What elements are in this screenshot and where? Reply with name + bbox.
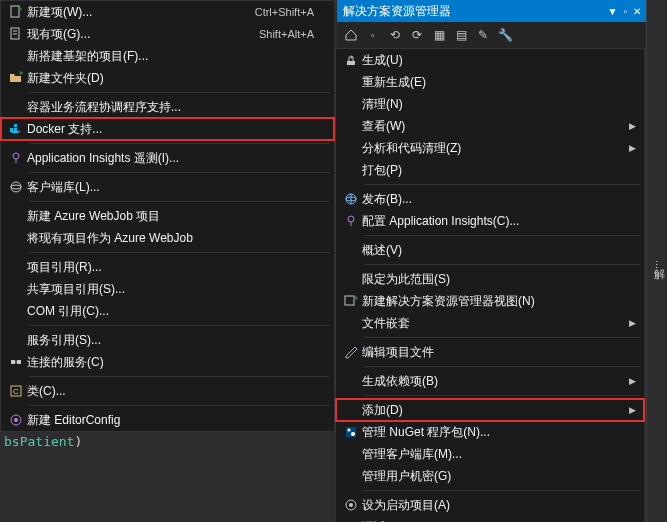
publish-icon [340,191,362,207]
menu-item-label: 连接的服务(C) [27,354,314,371]
menu-item[interactable]: 添加(D)▶ [336,399,644,421]
menu-shortcut: Shift+Alt+A [259,28,314,40]
svg-point-35 [349,503,353,507]
existing-item-icon [5,26,27,42]
menu-item-label: 项目引用(R)... [27,259,314,276]
menu-separator [364,366,640,367]
menu-item[interactable]: 调试(G)▶ [336,516,644,522]
solution-explorer-toolbar: ◦ ⟲ ⟳ ▦ ▤ ✎ 🔧 [337,22,647,48]
menu-item[interactable]: 容器业务流程协调程序支持... [1,96,334,118]
sidebar-tab-label: 解... [654,260,666,269]
menu-item[interactable]: 管理 NuGet 程序包(N)... [336,421,644,443]
menu-item-label: 设为启动项目(A) [362,497,624,514]
menu-item-label: 新建文件夹(D) [27,70,314,87]
menu-item[interactable]: Application Insights 遥测(I)... [1,147,334,169]
project-context-menu: 生成(U)重新生成(E)清理(N)查看(W)▶分析和代码清理(Z)▶打包(P)发… [335,48,645,522]
menu-separator [29,325,330,326]
menu-item-label: 重新生成(E) [362,74,624,91]
menu-item[interactable]: C类(C)... [1,380,334,402]
menu-separator [29,405,330,406]
menu-item-label: 管理用户机密(G) [362,468,624,485]
menu-item[interactable]: 概述(V) [336,239,644,261]
menu-separator [364,490,640,491]
menu-item[interactable]: 限定为此范围(S) [336,268,644,290]
menu-item[interactable]: 新建解决方案资源管理器视图(N) [336,290,644,312]
menu-item[interactable]: 新搭建基架的项目(F)... [1,45,334,67]
menu-item-label: 发布(B)... [362,191,624,208]
new-folder-icon [5,70,27,86]
menu-item-label: 新建项(W)... [27,4,247,21]
menu-item[interactable]: 管理用户机密(G) [336,465,644,487]
menu-item[interactable]: 新建 EditorConfig [1,409,334,431]
menu-separator [364,337,640,338]
menu-item-label: 查看(W) [362,118,624,135]
menu-item[interactable]: 查看(W)▶ [336,115,644,137]
menu-item[interactable]: 分析和代码清理(Z)▶ [336,137,644,159]
connected-icon [5,354,27,370]
toolbar-icon[interactable]: ✎ [475,27,491,43]
menu-item-label: 新搭建基架的项目(F)... [27,48,314,65]
svg-rect-28 [345,296,354,305]
submenu-arrow-icon: ▶ [624,405,636,415]
menu-item[interactable]: 服务引用(S)... [1,329,334,351]
new-item-icon [5,4,27,20]
menu-item-label: 管理 NuGet 程序包(N)... [362,424,624,441]
menu-item-label: 打包(P) [362,162,624,179]
menu-item-label: COM 引用(C)... [27,303,314,320]
menu-separator [364,395,640,396]
sync-icon[interactable]: ⟲ [387,27,403,43]
menu-item[interactable]: 将现有项目作为 Azure WebJob [1,227,334,249]
refresh-icon[interactable]: ⟳ [409,27,425,43]
menu-item-label: 编辑项目文件 [362,344,624,361]
menu-separator [364,264,640,265]
menu-item-label: 服务引用(S)... [27,332,314,349]
menu-item[interactable]: 清理(N) [336,93,644,115]
toolbar-icon[interactable]: ▤ [453,27,469,43]
close-icon[interactable]: ✕ [633,6,641,17]
editorconfig-icon [5,412,27,428]
menu-item[interactable]: 共享项目引用(S)... [1,278,334,300]
menu-item[interactable]: 设为启动项目(A) [336,494,644,516]
menu-item-label: 概述(V) [362,242,624,259]
menu-item[interactable]: COM 引用(C)... [1,300,334,322]
submenu-arrow-icon: ▶ [624,376,636,386]
menu-item[interactable]: 客户端库(L)... [1,176,334,198]
menu-item[interactable]: 打包(P) [336,159,644,181]
edit-icon [340,344,362,360]
menu-item[interactable]: 新建文件夹(D) [1,67,334,89]
menu-item[interactable]: Docker 支持... [1,118,334,140]
menu-item[interactable]: 项目引用(R)... [1,256,334,278]
menu-item[interactable]: 生成依赖项(B)▶ [336,370,644,392]
home-icon[interactable] [343,27,359,43]
svg-rect-8 [10,128,13,131]
menu-item-label: 调试(G) [362,519,624,523]
toolbar-icon[interactable]: ▦ [431,27,447,43]
svg-rect-0 [11,6,19,17]
menu-item[interactable]: 配置 Application Insights(C)... [336,210,644,232]
solution-explorer-title: 解决方案资源管理器 [343,3,608,20]
wrench-icon[interactable]: 🔧 [497,27,513,43]
code-type: bsPatient [4,434,74,449]
menu-item-label: Application Insights 遥测(I)... [27,150,314,167]
svg-point-32 [348,429,351,432]
menu-item[interactable]: 新建 Azure WebJob 项目 [1,205,334,227]
menu-item[interactable]: 新建项(W)...Ctrl+Shift+A [1,1,334,23]
submenu-arrow-icon: ▶ [624,143,636,153]
menu-item[interactable]: 管理客户端库(M)... [336,443,644,465]
svg-rect-16 [17,360,21,364]
menu-item[interactable]: 发布(B)... [336,188,644,210]
menu-item[interactable]: 重新生成(E) [336,71,644,93]
svg-rect-10 [14,124,17,127]
new-view-icon [340,293,362,309]
menu-item[interactable]: 文件嵌套▶ [336,312,644,334]
editor-code-line: bsPatient) [0,432,86,451]
menu-item[interactable]: 编辑项目文件 [336,341,644,363]
menu-item[interactable]: 生成(U) [336,49,644,71]
dropdown-icon[interactable]: ▼ [608,6,618,17]
pin-icon[interactable]: ▫ [623,6,627,17]
right-sidebar-tab[interactable]: 解... [646,0,667,522]
back-icon[interactable]: ◦ [365,27,381,43]
menu-separator [29,201,330,202]
menu-item[interactable]: 连接的服务(C) [1,351,334,373]
menu-item[interactable]: 现有项(G)...Shift+Alt+A [1,23,334,45]
